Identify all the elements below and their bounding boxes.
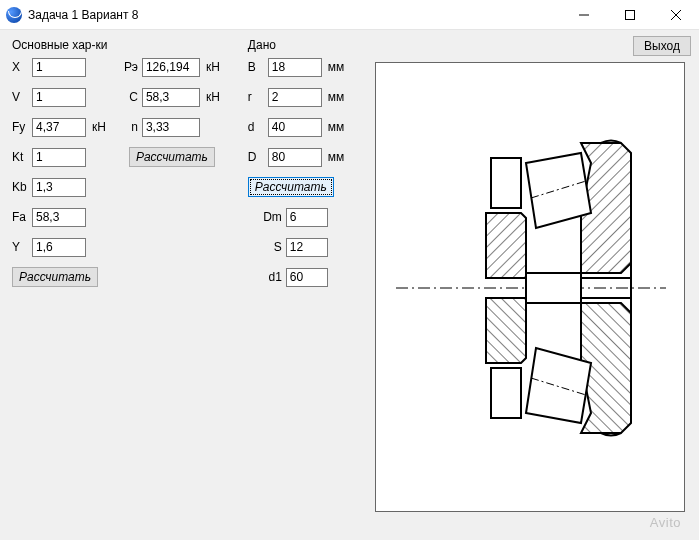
svg-rect-8: [491, 158, 521, 208]
unit-D: мм: [328, 150, 345, 164]
label-C: С: [124, 90, 142, 104]
label-X: X: [12, 60, 32, 74]
section-main-label: Основные хар-ки: [12, 38, 220, 52]
close-button[interactable]: [653, 0, 699, 30]
window-title: Задача 1 Вариант 8: [28, 8, 561, 22]
label-Re: Рэ: [124, 60, 142, 74]
label-Fa: Fa: [12, 210, 32, 224]
unit-Re: кН: [206, 60, 220, 74]
input-r[interactable]: [268, 88, 322, 107]
client-area: Выход Основные хар-ки X V Fy: [0, 30, 699, 540]
svg-rect-1: [626, 10, 635, 19]
titlebar: Задача 1 Вариант 8: [0, 0, 699, 30]
watermark: Avito: [650, 515, 681, 530]
calc-button-given[interactable]: Рассчитать: [248, 177, 334, 197]
main-col1: X V Fy кН Kt: [12, 56, 106, 296]
input-C[interactable]: [142, 88, 200, 107]
unit-B: мм: [328, 60, 345, 74]
input-d1[interactable]: [286, 268, 328, 287]
label-d: d: [248, 120, 268, 134]
unit-C: кН: [206, 90, 220, 104]
input-B[interactable]: [268, 58, 322, 77]
input-Y[interactable]: [32, 238, 86, 257]
label-Kt: Kt: [12, 150, 32, 164]
input-Kt[interactable]: [32, 148, 86, 167]
input-n[interactable]: [142, 118, 200, 137]
label-r: r: [248, 90, 268, 104]
minimize-button[interactable]: [561, 0, 607, 30]
input-Fy[interactable]: [32, 118, 86, 137]
label-Kb: Kb: [12, 180, 32, 194]
svg-rect-15: [491, 368, 521, 418]
svg-rect-17: [526, 273, 581, 303]
close-icon: [671, 10, 681, 20]
label-Y: Y: [12, 240, 32, 254]
input-Dm[interactable]: [286, 208, 328, 227]
unit-d: мм: [328, 120, 345, 134]
app-icon: [6, 7, 22, 23]
calc-button-col1[interactable]: Рассчитать: [12, 267, 98, 287]
calc-button-col2[interactable]: Рассчитать: [129, 147, 215, 167]
input-Kb[interactable]: [32, 178, 86, 197]
label-B: В: [248, 60, 268, 74]
exit-button[interactable]: Выход: [633, 36, 691, 56]
label-S: S: [260, 240, 286, 254]
unit-r: мм: [328, 90, 345, 104]
maximize-icon: [625, 10, 635, 20]
label-V: V: [12, 90, 32, 104]
given-secondary: Dm S d1: [260, 206, 345, 288]
section-given-label: Дано: [248, 38, 345, 52]
input-d[interactable]: [268, 118, 322, 137]
input-Re[interactable]: [142, 58, 200, 77]
label-D: D: [248, 150, 268, 164]
unit-Fy: кН: [92, 120, 106, 134]
input-D[interactable]: [268, 148, 322, 167]
label-d1: d1: [260, 270, 286, 284]
label-Fy: Fy: [12, 120, 32, 134]
input-V[interactable]: [32, 88, 86, 107]
label-Dm: Dm: [260, 210, 286, 224]
main-col2: Рэ кН С кН n Рассчитать: [124, 56, 220, 176]
label-n: n: [124, 120, 142, 134]
minimize-icon: [579, 10, 589, 20]
bearing-svg: [376, 63, 686, 513]
input-Fa[interactable]: [32, 208, 86, 227]
given-col: В мм r мм d мм D мм: [248, 56, 345, 288]
bearing-drawing: [375, 62, 685, 512]
input-X[interactable]: [32, 58, 86, 77]
input-S[interactable]: [286, 238, 328, 257]
maximize-button[interactable]: [607, 0, 653, 30]
